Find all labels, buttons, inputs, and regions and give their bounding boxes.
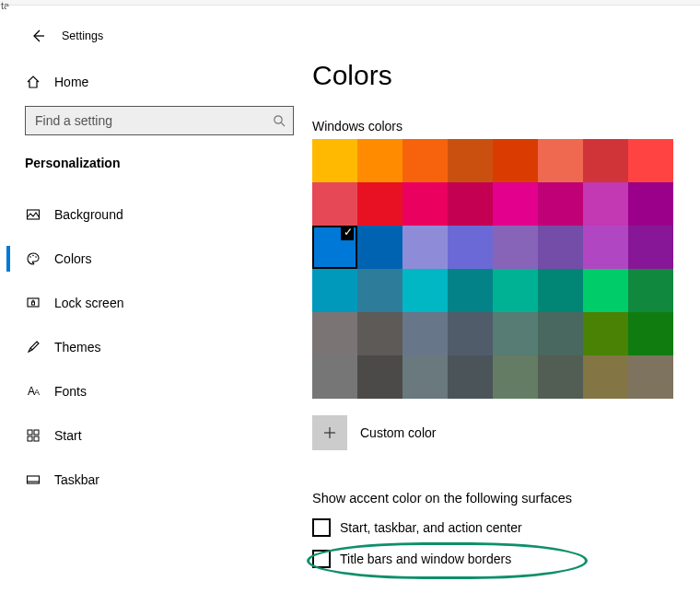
color-swatch[interactable] xyxy=(628,355,673,399)
back-arrow-icon xyxy=(30,29,45,43)
color-swatch[interactable] xyxy=(312,312,357,355)
custom-color-button[interactable] xyxy=(312,415,347,450)
color-swatch[interactable] xyxy=(628,139,673,182)
nav-label: Lock screen xyxy=(54,296,123,310)
svg-point-0 xyxy=(274,116,282,123)
color-swatch[interactable] xyxy=(583,269,628,312)
home-icon xyxy=(25,75,41,89)
color-swatch[interactable] xyxy=(493,269,538,312)
color-swatch[interactable]: ✓ xyxy=(312,226,357,269)
nav-list: Background Colors Lock screen Themes xyxy=(6,192,312,502)
color-swatch[interactable] xyxy=(493,355,538,399)
color-swatch[interactable] xyxy=(583,226,628,269)
color-swatch[interactable] xyxy=(538,226,583,269)
color-swatch[interactable] xyxy=(538,139,583,182)
svg-line-1 xyxy=(281,122,285,126)
color-swatch[interactable] xyxy=(357,355,402,399)
nav-item-taskbar[interactable]: Taskbar xyxy=(6,458,312,502)
color-swatch[interactable] xyxy=(493,312,538,355)
color-swatch[interactable] xyxy=(628,182,673,226)
color-swatch[interactable] xyxy=(493,226,538,269)
picture-icon xyxy=(25,207,41,222)
color-swatch[interactable] xyxy=(402,269,448,312)
color-swatch[interactable] xyxy=(357,226,402,269)
color-swatch[interactable] xyxy=(538,355,583,399)
color-swatch[interactable] xyxy=(312,269,357,312)
color-swatch[interactable] xyxy=(583,139,628,182)
custom-color-label: Custom color xyxy=(360,425,436,440)
lock-screen-icon xyxy=(25,296,41,310)
nav-item-fonts[interactable]: AA Fonts xyxy=(6,369,312,413)
color-swatch[interactable] xyxy=(357,269,402,312)
content-pane: Colors Windows colors ✓ Custom color Sho… xyxy=(312,6,696,616)
color-swatch[interactable] xyxy=(448,182,493,226)
svg-rect-12 xyxy=(28,476,40,483)
settings-window: Settings Home Personalization Background xyxy=(6,6,696,616)
search-icon xyxy=(273,114,286,127)
nav-item-lock-screen[interactable]: Lock screen xyxy=(6,281,312,325)
color-swatch[interactable] xyxy=(538,182,583,226)
color-swatch[interactable] xyxy=(357,139,402,182)
windows-colors-label: Windows colors xyxy=(312,119,687,134)
taskbar-icon xyxy=(25,472,41,487)
color-swatch[interactable] xyxy=(402,139,448,182)
page-title: Colors xyxy=(312,60,687,91)
start-icon xyxy=(25,429,41,442)
color-swatch[interactable] xyxy=(448,139,493,182)
check-row-start-taskbar: Start, taskbar, and action center xyxy=(312,518,687,537)
svg-rect-9 xyxy=(34,430,39,435)
sidebar: Settings Home Personalization Background xyxy=(6,6,312,616)
checkbox-start-taskbar[interactable] xyxy=(312,518,331,537)
color-swatch[interactable] xyxy=(538,269,583,312)
fonts-icon: AA xyxy=(25,385,41,398)
nav-label: Taskbar xyxy=(54,472,99,487)
palette-icon xyxy=(25,251,41,266)
color-swatch[interactable] xyxy=(448,226,493,269)
nav-item-colors[interactable]: Colors xyxy=(6,237,312,281)
color-swatch[interactable] xyxy=(493,182,538,226)
color-swatch[interactable] xyxy=(628,226,673,269)
nav-label: Fonts xyxy=(54,384,87,399)
nav-item-start[interactable]: Start xyxy=(6,413,312,458)
color-swatch[interactable] xyxy=(448,312,493,355)
nav-label: Colors xyxy=(54,251,91,266)
nav-label: Start xyxy=(54,428,82,443)
custom-color-row: Custom color xyxy=(312,415,687,450)
svg-rect-8 xyxy=(28,430,32,435)
nav-label: Background xyxy=(54,207,123,222)
color-swatch[interactable] xyxy=(628,269,673,312)
color-swatch[interactable] xyxy=(448,269,493,312)
color-swatch[interactable] xyxy=(583,312,628,355)
checkbox-title-bars[interactable] xyxy=(312,550,331,568)
check-row-title-bars: Title bars and window borders xyxy=(312,550,687,568)
color-swatch[interactable] xyxy=(402,182,448,226)
svg-point-4 xyxy=(32,255,34,257)
svg-point-5 xyxy=(35,256,37,258)
color-swatch[interactable] xyxy=(312,182,357,226)
color-swatch[interactable] xyxy=(583,182,628,226)
home-link[interactable]: Home xyxy=(6,64,312,100)
color-swatch[interactable] xyxy=(583,355,628,399)
nav-item-background[interactable]: Background xyxy=(6,192,312,237)
back-button[interactable] xyxy=(23,21,52,51)
nav-item-themes[interactable]: Themes xyxy=(6,325,312,369)
color-swatch[interactable] xyxy=(357,182,402,226)
checkbox-label: Start, taskbar, and action center xyxy=(340,520,522,535)
color-swatch[interactable] xyxy=(312,355,357,399)
color-swatch[interactable] xyxy=(402,226,448,269)
color-swatch[interactable] xyxy=(312,139,357,182)
category-title: Personalization xyxy=(6,135,312,176)
search-box[interactable] xyxy=(25,106,294,135)
brush-icon xyxy=(25,340,41,354)
home-label: Home xyxy=(54,75,88,89)
color-swatch[interactable] xyxy=(493,139,538,182)
color-swatch[interactable] xyxy=(402,312,448,355)
svg-rect-11 xyxy=(34,436,39,441)
color-swatch[interactable] xyxy=(538,312,583,355)
search-input[interactable] xyxy=(33,112,273,129)
color-swatch[interactable] xyxy=(357,312,402,355)
color-swatch[interactable] xyxy=(628,312,673,355)
color-swatch[interactable] xyxy=(402,355,448,399)
nav-label: Themes xyxy=(54,340,101,354)
color-swatch[interactable] xyxy=(448,355,493,399)
